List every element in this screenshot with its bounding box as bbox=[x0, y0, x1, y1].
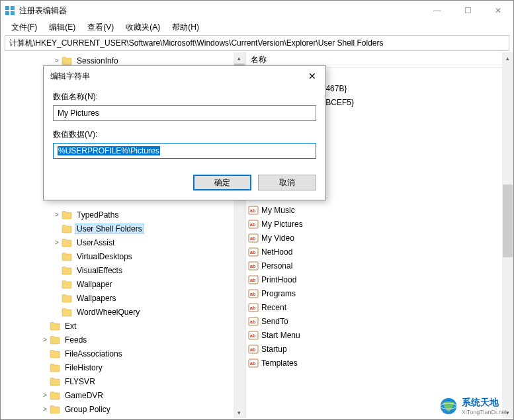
value-name: My Music bbox=[261, 206, 295, 215]
string-value-icon bbox=[248, 233, 259, 243]
folder-icon bbox=[50, 321, 60, 331]
value-data-field[interactable]: %USERPROFILE%\Pictures bbox=[53, 143, 316, 159]
value-name: Personal bbox=[261, 261, 292, 271]
value-name: Startup bbox=[261, 345, 287, 354]
tree-item[interactable]: VisualEffects bbox=[5, 263, 245, 277]
tree-item-label: User Shell Folders bbox=[75, 224, 144, 234]
tree-item-label: FileAssociations bbox=[63, 349, 124, 359]
folder-icon bbox=[50, 405, 60, 414]
chevron-icon[interactable]: > bbox=[40, 336, 50, 343]
svg-rect-1 bbox=[11, 6, 15, 10]
tree-item-label: TypedPaths bbox=[75, 210, 120, 220]
chevron-icon[interactable]: > bbox=[40, 392, 50, 399]
svg-rect-0 bbox=[5, 6, 9, 10]
dialog-title: 编辑字符串 bbox=[50, 71, 306, 82]
folder-icon bbox=[50, 363, 60, 372]
folder-icon bbox=[62, 224, 72, 233]
list-row[interactable]: Startup bbox=[245, 342, 513, 356]
tree-item-label: Ext bbox=[63, 321, 78, 331]
menu-help[interactable]: 帮助(H) bbox=[167, 21, 204, 34]
maximize-button[interactable]: ☐ bbox=[452, 1, 483, 21]
list-row[interactable]: Recent bbox=[245, 300, 513, 314]
tree-item[interactable]: WordWheelQuery bbox=[5, 305, 245, 319]
edit-string-dialog: 编辑字符串 ✕ 数值名称(N): 数值数据(V): %USERPROFILE%\… bbox=[43, 65, 326, 200]
menu-view[interactable]: 查看(V) bbox=[82, 21, 119, 34]
tree-item-label: SessionInfo bbox=[75, 56, 120, 66]
address-bar[interactable]: 计算机\HKEY_CURRENT_USER\Software\Microsoft… bbox=[5, 35, 509, 51]
list-row[interactable]: My Video bbox=[245, 231, 513, 245]
chevron-icon[interactable]: > bbox=[40, 405, 50, 413]
folder-icon bbox=[62, 252, 72, 261]
list-row[interactable]: SendTo bbox=[245, 314, 513, 328]
dialog-close-button[interactable]: ✕ bbox=[306, 71, 319, 81]
tree-item[interactable]: User Shell Folders bbox=[5, 222, 245, 235]
scroll-up-icon[interactable]: ▴ bbox=[234, 52, 245, 63]
folder-icon bbox=[50, 377, 60, 386]
svg-rect-3 bbox=[11, 11, 15, 15]
scroll-up-icon[interactable]: ▴ bbox=[502, 52, 513, 63]
scroll-down-icon[interactable]: ▾ bbox=[234, 407, 245, 418]
tree-item[interactable]: Wallpaper bbox=[5, 277, 245, 291]
folder-icon bbox=[62, 56, 72, 65]
menu-bar: 文件(F) 编辑(E) 查看(V) 收藏夹(A) 帮助(H) bbox=[1, 21, 513, 34]
menu-file[interactable]: 文件(F) bbox=[6, 21, 42, 34]
tree-item-label: WordWheelQuery bbox=[75, 307, 142, 317]
tree-item[interactable]: >Group Policy bbox=[5, 402, 245, 416]
list-row[interactable]: NetHood bbox=[245, 245, 513, 259]
tree-item-label: Wallpapers bbox=[75, 293, 118, 304]
folder-icon bbox=[50, 349, 60, 358]
cancel-button[interactable]: 取消 bbox=[258, 175, 316, 190]
list-row[interactable]: My Music bbox=[245, 203, 513, 217]
list-row[interactable]: PrintHood bbox=[245, 273, 513, 286]
tree-item[interactable]: VirtualDesktops bbox=[5, 249, 245, 263]
tree-item[interactable]: FLYSVR bbox=[5, 374, 245, 388]
tree-item[interactable]: >UserAssist bbox=[5, 235, 245, 249]
folder-icon bbox=[50, 335, 60, 345]
string-value-icon bbox=[248, 261, 259, 271]
minimize-button[interactable]: — bbox=[422, 1, 452, 21]
value-name: NetHood bbox=[261, 247, 292, 257]
folder-icon bbox=[62, 280, 72, 289]
menu-favorites[interactable]: 收藏夹(A) bbox=[120, 21, 165, 34]
tree-item[interactable]: >TypedPaths bbox=[5, 208, 245, 222]
chevron-icon[interactable]: > bbox=[52, 57, 62, 64]
value-name: My Pictures bbox=[261, 220, 303, 229]
list-row[interactable]: Start Menu bbox=[245, 328, 513, 342]
tree-item[interactable]: FileHistory bbox=[5, 360, 245, 374]
string-value-icon bbox=[248, 219, 259, 230]
string-value-icon bbox=[248, 358, 259, 368]
title-bar: 注册表编辑器 — ☐ ✕ bbox=[1, 1, 513, 21]
watermark: 系统天地 XiTongTianDi.net bbox=[439, 397, 507, 415]
string-value-icon bbox=[248, 288, 259, 299]
value-name: Recent bbox=[261, 303, 286, 312]
globe-icon bbox=[439, 397, 458, 415]
menu-edit[interactable]: 编辑(E) bbox=[44, 21, 81, 34]
close-button[interactable]: ✕ bbox=[483, 1, 513, 21]
list-row[interactable]: Templates bbox=[245, 356, 513, 370]
value-data-label: 数值数据(V): bbox=[53, 129, 316, 140]
value-name-field bbox=[53, 105, 316, 121]
list-scrollbar[interactable]: ▴ ▾ bbox=[502, 52, 513, 418]
tree-item-label: FLYSVR bbox=[63, 376, 97, 387]
tree-item[interactable]: Wallpapers bbox=[5, 291, 245, 305]
list-row[interactable]: My Pictures bbox=[245, 217, 513, 231]
tree-item-label: Feeds bbox=[63, 335, 89, 345]
tree-item[interactable]: >GameDVR bbox=[5, 388, 245, 402]
app-icon bbox=[5, 5, 15, 16]
chevron-icon[interactable]: > bbox=[52, 211, 62, 218]
tree-item-label: VirtualDesktops bbox=[75, 251, 134, 262]
tree-item-label: VisualEffects bbox=[75, 265, 124, 276]
tree-item[interactable]: Ext bbox=[5, 319, 245, 333]
tree-item-label: Group Policy bbox=[63, 404, 112, 415]
chevron-icon[interactable]: > bbox=[52, 239, 62, 246]
string-value-icon bbox=[248, 302, 259, 313]
list-row[interactable]: Programs bbox=[245, 286, 513, 300]
value-name: My Video bbox=[261, 233, 294, 243]
scroll-thumb[interactable] bbox=[503, 185, 513, 257]
tree-item[interactable]: FileAssociations bbox=[5, 347, 245, 360]
svg-rect-2 bbox=[5, 11, 9, 15]
tree-item-label: FileHistory bbox=[63, 362, 105, 373]
tree-item[interactable]: >Feeds bbox=[5, 333, 245, 347]
list-row[interactable]: Personal bbox=[245, 259, 513, 273]
ok-button[interactable]: 确定 bbox=[193, 175, 251, 190]
